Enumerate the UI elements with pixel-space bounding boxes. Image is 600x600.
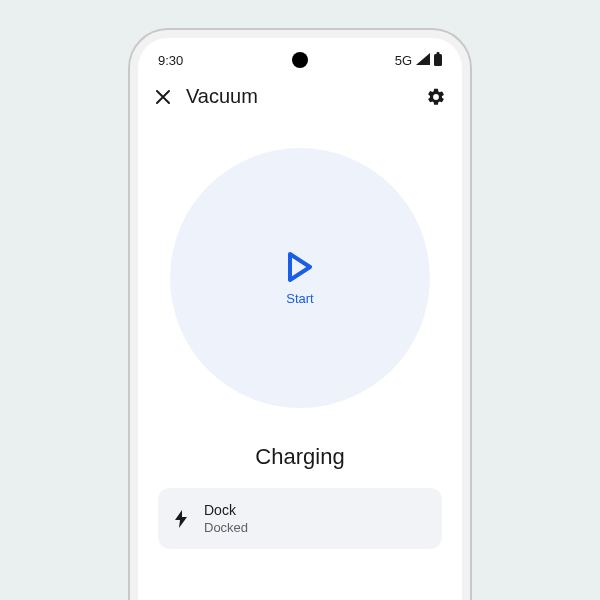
svg-rect-0 — [434, 54, 442, 66]
dock-subtitle: Docked — [204, 520, 248, 535]
device-status: Charging — [255, 444, 344, 470]
svg-rect-1 — [437, 52, 440, 55]
signal-icon — [416, 53, 430, 68]
phone-frame: 9:30 5G Vacuum Start Charging — [130, 30, 470, 600]
dock-card[interactable]: Dock Docked — [158, 488, 442, 549]
start-button[interactable]: Start — [170, 148, 430, 408]
play-icon — [286, 251, 314, 283]
start-label: Start — [286, 291, 313, 306]
page-title: Vacuum — [186, 85, 412, 108]
dock-title: Dock — [204, 502, 248, 518]
close-icon[interactable] — [154, 88, 172, 106]
network-label: 5G — [395, 53, 412, 68]
status-time: 9:30 — [158, 53, 183, 68]
battery-icon — [434, 52, 442, 69]
gear-icon[interactable] — [426, 87, 446, 107]
dock-card-text: Dock Docked — [204, 502, 248, 535]
app-header: Vacuum — [138, 75, 462, 118]
main-content: Start Charging Dock Docked — [138, 118, 462, 569]
bolt-icon — [174, 510, 190, 528]
status-right: 5G — [395, 52, 442, 69]
camera-cutout — [292, 52, 308, 68]
